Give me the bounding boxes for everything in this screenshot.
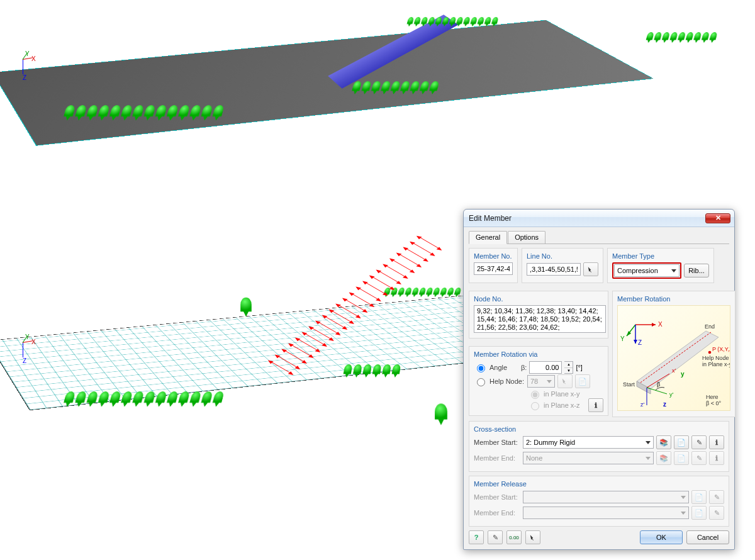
svg-text:x': x'	[672, 367, 676, 374]
member-no-label: Member No.	[474, 252, 513, 260]
dialog-tabs: General Options	[469, 231, 729, 244]
dialog-body: General Options Member No. Line No.	[464, 227, 734, 549]
units-button[interactable]: 0.00	[506, 530, 522, 544]
supports-row	[343, 364, 401, 378]
svg-text:z': z'	[640, 401, 645, 408]
release-edit-button: ✎	[709, 506, 724, 520]
svg-text:β < 0°: β < 0°	[706, 400, 721, 406]
axis-z-label: Z	[23, 74, 26, 81]
plane-xz-radio	[531, 402, 539, 410]
release-end-label: Member End:	[474, 509, 520, 517]
cs-info-button[interactable]: ℹ	[709, 435, 724, 449]
rotation-beta-input[interactable]	[529, 361, 562, 374]
line-no-label: Line No.	[527, 252, 598, 260]
rotation-beta-label: β:	[521, 364, 527, 371]
viewport-3d: Y X Z Y X Z	[0, 0, 755, 560]
dialog-titlebar[interactable]: Edit Member ✕	[464, 210, 734, 227]
cs-library-button[interactable]: 📚	[656, 435, 671, 449]
release-new-button: 📄	[691, 490, 707, 504]
svg-text:y': y'	[669, 391, 674, 398]
svg-text:Help Node: Help Node	[702, 355, 729, 361]
svg-text:Y: Y	[620, 335, 625, 342]
svg-marker-3	[652, 323, 656, 327]
svg-text:in Plane x-y: in Plane x-y	[702, 361, 730, 367]
concrete-slab	[0, 20, 654, 146]
support-mid	[435, 403, 447, 419]
help-button[interactable]: ?	[469, 530, 484, 544]
rotation-helpnode-label: Help Node:	[489, 378, 525, 385]
member-release-group: Member Release Member Start: 📄 ✎ Member …	[469, 476, 729, 527]
supports-row	[645, 32, 718, 43]
ok-button[interactable]: OK	[640, 530, 683, 544]
svg-text:Here: Here	[706, 394, 719, 400]
rotation-unit: [°]	[576, 364, 583, 371]
supports-row	[62, 391, 225, 408]
chevron-down-icon	[681, 496, 686, 499]
member-type-value: Compression	[617, 267, 658, 274]
coord-axes-ucs: Y X Z	[18, 340, 36, 365]
rotation-diagram-icon: X Y Z P (X,Y,Z) Help Node in Plane x-y E…	[617, 305, 730, 411]
cancel-button[interactable]: Cancel	[686, 530, 729, 544]
plane-xy-label: in Plane x-y	[544, 390, 579, 398]
svg-text:Start: Start	[623, 381, 635, 388]
member-no-input[interactable]	[474, 262, 513, 275]
node-no-label: Node No.	[474, 295, 603, 303]
rotation-via-group: Member Rotation via Angle β: ▲▼ [°] Help…	[469, 346, 608, 416]
pick-button[interactable]	[525, 530, 540, 544]
dialog-title: Edit Member	[469, 214, 705, 223]
edit-member-dialog: Edit Member ✕ General Options Member No.…	[463, 209, 735, 550]
cs-start-dropdown[interactable]: 2: Dummy Rigid	[523, 436, 654, 449]
cs-edit-button: ✎	[691, 451, 707, 465]
tab-options[interactable]: Options	[508, 231, 545, 244]
rotation-diagram-group: Member Rotation X Y Z P (X,Y,Z) Help N	[612, 291, 735, 417]
chevron-down-icon	[681, 512, 686, 515]
supports-row	[62, 105, 225, 121]
cross-section-label: Cross-section	[474, 425, 724, 433]
supports-row	[406, 17, 498, 27]
model-rendered-view[interactable]: Y X Z	[6, 0, 755, 164]
comment-button[interactable]: ✎	[488, 530, 503, 544]
help-node-dropdown: 78	[527, 375, 555, 388]
release-start-dropdown	[523, 491, 689, 503]
member-type-highlight: Compression	[612, 262, 681, 279]
cs-info-button: ℹ	[709, 451, 724, 465]
svg-text:Z: Z	[638, 339, 642, 346]
line-no-input[interactable]	[527, 263, 581, 276]
rib-button[interactable]: Rib...	[684, 264, 709, 277]
rotation-info-button[interactable]: ℹ	[588, 398, 603, 412]
cs-start-value: 2: Dummy Rigid	[526, 439, 575, 446]
tab-general[interactable]: General	[469, 231, 507, 244]
release-edit-button: ✎	[709, 490, 724, 504]
supports-row	[350, 81, 439, 95]
rotation-angle-radio[interactable]	[477, 364, 485, 372]
close-button[interactable]: ✕	[705, 213, 730, 223]
chevron-down-icon	[646, 441, 651, 444]
svg-marker-9	[634, 340, 637, 344]
cs-library-button: 📚	[656, 451, 671, 465]
rotation-via-label: Member Rotation via	[474, 350, 603, 358]
pick-node-button	[557, 374, 573, 388]
cs-end-value: None	[526, 454, 542, 462]
svg-text:y: y	[681, 371, 685, 378]
rotation-helpnode-radio[interactable]	[477, 378, 485, 386]
rotation-diagram-label: Member Rotation	[617, 295, 730, 303]
cs-start-label: Member Start:	[474, 439, 520, 446]
svg-point-14	[708, 351, 712, 354]
pick-line-button[interactable]	[583, 262, 598, 276]
spinner-beta[interactable]: ▲▼	[564, 361, 573, 374]
svg-text:X: X	[658, 321, 663, 328]
svg-text:End: End	[705, 323, 715, 330]
plane-xy-radio	[531, 391, 539, 399]
rotation-angle-label: Angle	[489, 364, 518, 371]
axis-z-label: Z	[23, 357, 26, 364]
dialog-footer: ? ✎ 0.00 OK Cancel	[469, 530, 729, 544]
chevron-down-icon	[646, 457, 651, 460]
cs-edit-button[interactable]: ✎	[691, 435, 707, 449]
member-type-dropdown[interactable]: Compression	[614, 264, 680, 277]
node-no-group: Node No. 9,32; 10,34; 11,36; 12,38; 13,4…	[469, 291, 608, 339]
release-end-dropdown	[523, 507, 689, 519]
new-node-button: 📄	[575, 374, 590, 388]
cs-new-button[interactable]: 📄	[674, 435, 689, 449]
cross-section-group: Cross-section Member Start: 2: Dummy Rig…	[469, 421, 729, 472]
member-release-label: Member Release	[474, 480, 724, 488]
